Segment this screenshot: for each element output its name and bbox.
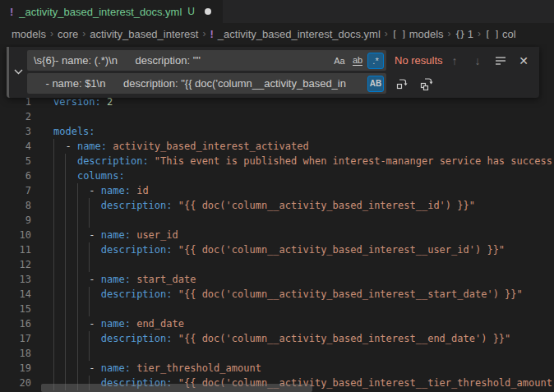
code-token [53, 170, 77, 182]
breadcrumb-separator-icon: › [82, 28, 85, 39]
code-line-content: description: "{{ doc('column__activity_b… [53, 287, 554, 302]
code-line-content [53, 302, 554, 316]
code-token: user_id [136, 229, 178, 241]
replace-button[interactable] [393, 75, 411, 93]
match-case-button[interactable]: Aa [331, 53, 348, 69]
code-line[interactable]: 10 - name: user_id [0, 228, 554, 242]
breadcrumb-label: col [502, 28, 516, 40]
breadcrumb-item-models[interactable]: [ ]models [392, 28, 444, 40]
indent-guide [77, 346, 78, 361]
line-number[interactable]: 17 [0, 331, 31, 346]
breadcrumb-item-1[interactable]: {}1 [455, 28, 473, 40]
breadcrumb-item-core[interactable]: core [58, 28, 78, 40]
close-find-widget-button[interactable]: ✕ [515, 52, 533, 70]
code-line[interactable]: 14 description: "{{ doc('column__activit… [0, 287, 554, 302]
breadcrumb-item-models[interactable]: models [12, 28, 46, 40]
code-token: name: [101, 229, 131, 241]
indent-guide [89, 346, 90, 361]
line-number[interactable]: 7 [0, 183, 31, 198]
code-token: start_date [136, 274, 196, 285]
find-in-selection-button[interactable] [492, 52, 510, 70]
code-token [149, 155, 155, 167]
code-line[interactable]: 8 description: "{{ doc('column__activity… [0, 198, 554, 213]
code-line[interactable]: 11 description: "{{ doc('column__activit… [0, 242, 554, 257]
code-line[interactable]: 18 [0, 346, 554, 361]
code-line[interactable]: 13 - name: start_date [0, 272, 554, 287]
line-number[interactable]: 13 [0, 272, 31, 287]
line-number[interactable]: 6 [0, 168, 31, 183]
code-token: models: [53, 126, 95, 137]
code-line[interactable]: 9 [0, 213, 554, 228]
regex-button[interactable]: .* [367, 53, 384, 69]
breadcrumb-item-_activity_based_interest_docs.yml[interactable]: !_activity_based_interest_docs.yml [210, 28, 380, 40]
next-match-button[interactable]: ↓ [469, 52, 487, 70]
code-line[interactable]: 3models: [0, 124, 554, 139]
line-number[interactable]: 10 [0, 228, 31, 242]
breadcrumb-item-col[interactable]: [ ]col [485, 28, 516, 40]
breadcrumb-separator-icon: › [478, 28, 481, 39]
code-line[interactable]: 4 - name: activity_based_interest_activa… [0, 139, 554, 154]
line-number[interactable]: 2 [0, 109, 31, 124]
replace-input[interactable]: - name: $1\n description: "{{ doc('colum… [27, 73, 386, 94]
code-token: description: [101, 244, 173, 256]
code-line[interactable]: 12 [0, 257, 554, 272]
code-line[interactable]: 6 columns: [0, 168, 554, 183]
line-number[interactable]: 4 [0, 139, 31, 154]
find-input-value: \s{6}- name: (.*)\n description: "" [34, 54, 330, 67]
modified-indicator-dot[interactable] [205, 8, 211, 15]
editor[interactable]: 1version: 223models:4 - name: activity_b… [0, 44, 554, 392]
code-line-content: description: "{{ doc('column__activity_b… [53, 242, 554, 257]
code-token: description: [101, 288, 173, 300]
toggle-replace-button[interactable] [9, 50, 27, 94]
indent-guide [77, 302, 78, 316]
line-number[interactable]: 8 [0, 198, 31, 213]
editor-tab[interactable]: ! _activity_based_interest_docs.yml U [0, 0, 223, 23]
code-line[interactable]: 2 [0, 109, 554, 124]
code-token [53, 155, 77, 167]
indent-guide [77, 213, 78, 228]
line-number[interactable]: 3 [0, 124, 31, 139]
line-number[interactable]: 16 [0, 316, 31, 331]
horizontal-scrollbar[interactable] [41, 384, 312, 392]
find-input[interactable]: \s{6}- name: (.*)\n description: "" Aa a… [27, 50, 386, 71]
line-number[interactable]: 19 [0, 361, 31, 376]
yaml-file-icon: ! [10, 6, 13, 18]
code-line-content: - name: user_id [53, 228, 554, 242]
preserve-case-button[interactable]: AB [367, 76, 384, 92]
breadcrumb-item-activity_based_interest[interactable]: activity_based_interest [90, 28, 198, 40]
tab-filename: _activity_based_interest_docs.yml [19, 6, 182, 18]
whole-word-button[interactable]: ab [349, 53, 366, 69]
code-token: id [136, 185, 148, 196]
line-number[interactable]: 15 [0, 302, 31, 316]
code-token: columns: [77, 170, 125, 182]
code-token: "{{ doc('column__activity_based_interest… [178, 333, 511, 344]
line-number[interactable]: 18 [0, 346, 31, 361]
replace-all-button[interactable] [418, 75, 436, 93]
symbol-array-icon: [ ] [392, 29, 406, 39]
code-line[interactable]: 19 - name: tier_threshold_amount [0, 361, 554, 376]
indent-guide [65, 302, 66, 316]
line-number[interactable]: 9 [0, 213, 31, 228]
code-line[interactable]: 17 description: "{{ doc('column__activit… [0, 331, 554, 346]
line-number[interactable]: 12 [0, 257, 31, 272]
indent-guide [65, 346, 66, 361]
code-line[interactable]: 7 - name: id [0, 183, 554, 198]
line-number[interactable]: 14 [0, 287, 31, 302]
previous-match-button[interactable]: ↑ [446, 52, 464, 70]
breadcrumb-separator-icon: › [385, 28, 388, 39]
line-number[interactable]: 11 [0, 242, 31, 257]
code-token [53, 244, 101, 256]
code-line-content: - name: tier_threshold_amount [53, 361, 554, 376]
line-number[interactable]: 5 [0, 154, 31, 168]
code-line[interactable]: 15 [0, 302, 554, 316]
code-line[interactable]: 5 description: "This event is published … [0, 154, 554, 168]
code-token: "{{ doc('column__activity_based_interest… [178, 200, 475, 211]
line-number[interactable]: 20 [0, 376, 31, 390]
indent-guide [65, 257, 66, 272]
code-line[interactable]: 16 - name: end_date [0, 316, 554, 331]
code-line-content: - name: end_date [53, 316, 554, 331]
breadcrumb-label: models [409, 28, 444, 40]
breadcrumb-label: 1 [468, 28, 473, 40]
breadcrumb: models›core›activity_based_interest›!_ac… [0, 23, 554, 44]
code-token: description: [77, 155, 149, 167]
